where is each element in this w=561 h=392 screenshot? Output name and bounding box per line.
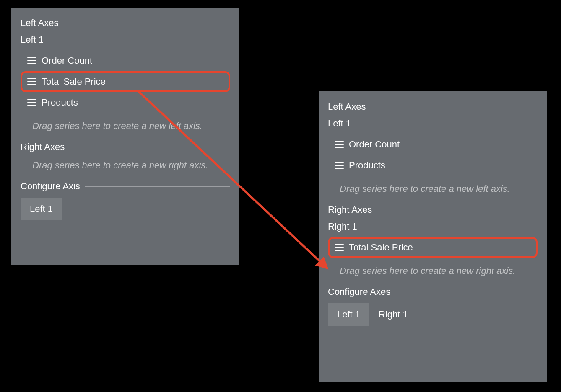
tab-left-1[interactable]: Left 1 bbox=[328, 303, 369, 326]
series-label: Products bbox=[349, 160, 385, 171]
series-label: Order Count bbox=[349, 139, 400, 150]
drag-handle-icon[interactable] bbox=[335, 244, 344, 251]
configure-axes-title: Configure Axes bbox=[328, 286, 390, 297]
configure-tabs: Left 1 bbox=[21, 198, 230, 220]
right-axis-name: Right 1 bbox=[328, 221, 538, 232]
tab-right-1[interactable]: Right 1 bbox=[369, 303, 417, 326]
drag-handle-icon[interactable] bbox=[335, 162, 344, 169]
configure-axes-section: Configure Axes Left 1 Right 1 bbox=[328, 286, 538, 326]
left-axes-drop-hint: Drag series here to create a new left ax… bbox=[340, 183, 538, 194]
section-header: Left Axes bbox=[328, 101, 538, 112]
right-axes-drop-hint: Drag series here to create a new right a… bbox=[32, 160, 230, 171]
section-header: Right Axes bbox=[328, 204, 538, 215]
series-order-count[interactable]: Order Count bbox=[328, 134, 538, 155]
series-total-sale-price[interactable]: Total Sale Price bbox=[21, 71, 230, 92]
drag-handle-icon[interactable] bbox=[27, 78, 36, 85]
section-header: Configure Axis bbox=[21, 181, 230, 192]
header-rule bbox=[64, 23, 230, 23]
section-header: Left Axes bbox=[21, 18, 230, 28]
drag-handle-icon[interactable] bbox=[27, 99, 36, 106]
header-rule bbox=[70, 147, 230, 147]
series-label: Order Count bbox=[42, 55, 92, 66]
series-products[interactable]: Products bbox=[328, 155, 538, 176]
configure-axis-section: Configure Axis Left 1 bbox=[21, 181, 230, 220]
series-total-sale-price[interactable]: Total Sale Price bbox=[328, 237, 538, 258]
right-axes-section: Right Axes Drag series here to create a … bbox=[21, 142, 230, 171]
left-axes-title: Left Axes bbox=[328, 101, 366, 112]
left-axes-section: Left Axes Left 1 Order Count Total Sale … bbox=[21, 18, 230, 132]
axes-panel-before: Left Axes Left 1 Order Count Total Sale … bbox=[11, 8, 239, 265]
drag-handle-icon[interactable] bbox=[27, 57, 36, 64]
tab-left-1[interactable]: Left 1 bbox=[21, 198, 62, 220]
section-header: Right Axes bbox=[21, 142, 230, 152]
series-order-count[interactable]: Order Count bbox=[21, 50, 230, 71]
right-axes-drop-hint: Drag series here to create a new right a… bbox=[340, 266, 538, 276]
right-axes-title: Right Axes bbox=[328, 204, 372, 215]
series-label: Products bbox=[42, 97, 78, 108]
left-axes-drop-hint: Drag series here to create a new left ax… bbox=[32, 121, 230, 132]
header-rule bbox=[85, 186, 230, 187]
header-rule bbox=[371, 107, 538, 107]
header-rule bbox=[377, 210, 538, 210]
left-axes-section: Left Axes Left 1 Order Count Products Dr… bbox=[328, 101, 538, 194]
configure-axis-title: Configure Axis bbox=[21, 181, 80, 192]
left-axis-name: Left 1 bbox=[21, 34, 230, 45]
section-header: Configure Axes bbox=[328, 286, 538, 297]
right-axes-title: Right Axes bbox=[21, 142, 65, 152]
series-label: Total Sale Price bbox=[349, 242, 413, 253]
right-axes-section: Right Axes Right 1 Total Sale Price Drag… bbox=[328, 204, 538, 276]
left-axes-title: Left Axes bbox=[21, 18, 59, 28]
left-axis-name: Left 1 bbox=[328, 118, 538, 129]
drag-handle-icon[interactable] bbox=[335, 141, 344, 148]
axes-panel-after: Left Axes Left 1 Order Count Products Dr… bbox=[319, 91, 547, 382]
series-label: Total Sale Price bbox=[42, 76, 106, 87]
series-products[interactable]: Products bbox=[21, 92, 230, 113]
header-rule bbox=[395, 292, 538, 292]
configure-tabs: Left 1 Right 1 bbox=[328, 303, 538, 326]
